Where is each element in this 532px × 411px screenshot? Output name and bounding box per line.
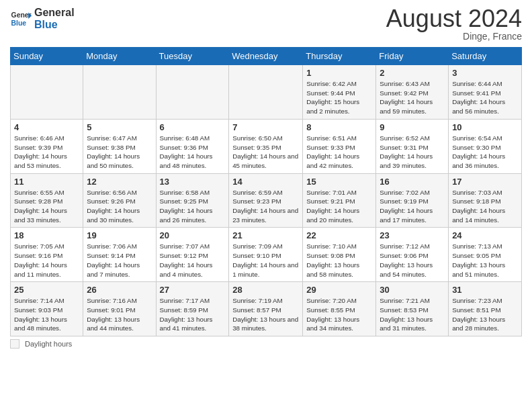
day-number: 9 (380, 122, 445, 132)
calendar-cell: 31Sunrise: 7:23 AM Sunset: 8:51 PM Dayli… (449, 282, 522, 336)
calendar-cell: 18Sunrise: 7:05 AM Sunset: 9:16 PM Dayli… (11, 228, 83, 282)
day-info: Sunrise: 7:12 AM Sunset: 9:06 PM Dayligh… (380, 242, 445, 279)
day-number: 5 (87, 122, 152, 132)
day-number: 19 (87, 230, 152, 240)
day-info: Sunrise: 6:50 AM Sunset: 9:35 PM Dayligh… (232, 134, 299, 171)
day-info: Sunrise: 7:02 AM Sunset: 9:19 PM Dayligh… (380, 188, 445, 225)
day-number: 6 (160, 122, 226, 132)
weekday-header-tuesday: Tuesday (156, 48, 229, 65)
calendar-cell: 8Sunrise: 6:51 AM Sunset: 9:33 PM Daylig… (303, 119, 376, 173)
calendar-cell: 4Sunrise: 6:46 AM Sunset: 9:39 PM Daylig… (11, 119, 83, 173)
day-number: 22 (306, 230, 372, 240)
day-number: 12 (87, 177, 152, 187)
day-info: Sunrise: 7:13 AM Sunset: 9:05 PM Dayligh… (452, 242, 518, 279)
day-number: 4 (14, 122, 79, 132)
day-info: Sunrise: 7:23 AM Sunset: 8:51 PM Dayligh… (452, 296, 518, 333)
weekday-header-row: SundayMondayTuesdayWednesdayThursdayFrid… (11, 48, 522, 65)
day-info: Sunrise: 7:21 AM Sunset: 8:53 PM Dayligh… (380, 296, 445, 333)
day-number: 18 (14, 230, 79, 240)
calendar-cell: 29Sunrise: 7:20 AM Sunset: 8:55 PM Dayli… (303, 282, 376, 336)
day-number: 21 (232, 230, 299, 240)
svg-text:Blue: Blue (11, 19, 27, 26)
day-number: 1 (306, 68, 372, 78)
calendar-cell: 22Sunrise: 7:10 AM Sunset: 9:08 PM Dayli… (303, 228, 376, 282)
week-row-5: 25Sunrise: 7:14 AM Sunset: 9:03 PM Dayli… (11, 282, 522, 336)
footer: Daylight hours (10, 339, 522, 349)
weekday-header-monday: Monday (83, 48, 156, 65)
day-number: 16 (380, 177, 445, 187)
calendar-cell: 10Sunrise: 6:54 AM Sunset: 9:30 PM Dayli… (449, 119, 522, 173)
day-info: Sunrise: 7:06 AM Sunset: 9:14 PM Dayligh… (87, 242, 152, 279)
calendar-cell: 26Sunrise: 7:16 AM Sunset: 9:01 PM Dayli… (83, 282, 156, 336)
calendar-cell: 30Sunrise: 7:21 AM Sunset: 8:53 PM Dayli… (376, 282, 449, 336)
calendar-cell: 5Sunrise: 6:47 AM Sunset: 9:38 PM Daylig… (83, 119, 156, 173)
calendar-cell: 24Sunrise: 7:13 AM Sunset: 9:05 PM Dayli… (449, 228, 522, 282)
day-number: 3 (452, 68, 518, 78)
calendar-cell (229, 65, 303, 120)
calendar-cell: 16Sunrise: 7:02 AM Sunset: 9:19 PM Dayli… (376, 173, 449, 228)
day-info: Sunrise: 6:58 AM Sunset: 9:25 PM Dayligh… (160, 188, 226, 225)
day-info: Sunrise: 7:16 AM Sunset: 9:01 PM Dayligh… (87, 296, 152, 333)
calendar-cell: 12Sunrise: 6:56 AM Sunset: 9:26 PM Dayli… (83, 173, 156, 228)
day-info: Sunrise: 6:43 AM Sunset: 9:42 PM Dayligh… (380, 79, 445, 116)
logo: General Blue General Blue (10, 7, 75, 30)
calendar-cell: 23Sunrise: 7:12 AM Sunset: 9:06 PM Dayli… (376, 228, 449, 282)
day-info: Sunrise: 7:09 AM Sunset: 9:10 PM Dayligh… (232, 242, 299, 279)
weekday-header-wednesday: Wednesday (229, 48, 303, 65)
day-number: 20 (160, 230, 226, 240)
day-number: 28 (232, 285, 299, 295)
day-info: Sunrise: 6:54 AM Sunset: 9:30 PM Dayligh… (452, 134, 518, 171)
week-row-2: 4Sunrise: 6:46 AM Sunset: 9:39 PM Daylig… (11, 119, 522, 173)
calendar-cell: 21Sunrise: 7:09 AM Sunset: 9:10 PM Dayli… (229, 228, 303, 282)
weekday-header-friday: Friday (376, 48, 449, 65)
day-number: 24 (452, 230, 518, 240)
calendar-cell: 2Sunrise: 6:43 AM Sunset: 9:42 PM Daylig… (376, 65, 449, 120)
day-number: 14 (232, 177, 299, 187)
weekday-header-thursday: Thursday (303, 48, 376, 65)
day-info: Sunrise: 7:01 AM Sunset: 9:21 PM Dayligh… (306, 188, 372, 225)
week-row-4: 18Sunrise: 7:05 AM Sunset: 9:16 PM Dayli… (11, 228, 522, 282)
day-info: Sunrise: 6:55 AM Sunset: 9:28 PM Dayligh… (14, 188, 79, 225)
location: Dinge, France (386, 31, 522, 42)
calendar-cell: 17Sunrise: 7:03 AM Sunset: 9:18 PM Dayli… (449, 173, 522, 228)
title-block: August 2024 Dinge, France (386, 7, 522, 42)
daylight-label: Daylight hours (25, 340, 72, 348)
calendar-cell: 11Sunrise: 6:55 AM Sunset: 9:28 PM Dayli… (11, 173, 83, 228)
weekday-header-sunday: Sunday (11, 48, 83, 65)
day-info: Sunrise: 7:19 AM Sunset: 8:57 PM Dayligh… (232, 296, 299, 333)
day-info: Sunrise: 6:52 AM Sunset: 9:31 PM Dayligh… (380, 134, 445, 171)
calendar-cell (156, 65, 229, 120)
day-number: 13 (160, 177, 226, 187)
day-number: 30 (380, 285, 445, 295)
day-number: 29 (306, 285, 372, 295)
day-info: Sunrise: 6:56 AM Sunset: 9:26 PM Dayligh… (87, 188, 152, 225)
calendar-cell: 20Sunrise: 7:07 AM Sunset: 9:12 PM Dayli… (156, 228, 229, 282)
day-info: Sunrise: 6:42 AM Sunset: 9:44 PM Dayligh… (306, 79, 372, 116)
logo-blue: Blue (34, 19, 75, 31)
week-row-1: 1Sunrise: 6:42 AM Sunset: 9:44 PM Daylig… (11, 65, 522, 120)
day-info: Sunrise: 7:03 AM Sunset: 9:18 PM Dayligh… (452, 188, 518, 225)
day-info: Sunrise: 6:46 AM Sunset: 9:39 PM Dayligh… (14, 134, 79, 171)
day-number: 17 (452, 177, 518, 187)
day-number: 27 (160, 285, 226, 295)
day-info: Sunrise: 7:14 AM Sunset: 9:03 PM Dayligh… (14, 296, 79, 333)
day-info: Sunrise: 7:07 AM Sunset: 9:12 PM Dayligh… (160, 242, 226, 279)
day-info: Sunrise: 6:44 AM Sunset: 9:41 PM Dayligh… (452, 79, 518, 116)
calendar-cell: 1Sunrise: 6:42 AM Sunset: 9:44 PM Daylig… (303, 65, 376, 120)
day-info: Sunrise: 7:05 AM Sunset: 9:16 PM Dayligh… (14, 242, 79, 279)
calendar-cell (11, 65, 83, 120)
day-number: 26 (87, 285, 152, 295)
weekday-header-saturday: Saturday (449, 48, 522, 65)
day-number: 2 (380, 68, 445, 78)
day-info: Sunrise: 6:59 AM Sunset: 9:23 PM Dayligh… (232, 188, 299, 225)
calendar-cell: 15Sunrise: 7:01 AM Sunset: 9:21 PM Dayli… (303, 173, 376, 228)
day-info: Sunrise: 6:47 AM Sunset: 9:38 PM Dayligh… (87, 134, 152, 171)
calendar-cell: 7Sunrise: 6:50 AM Sunset: 9:35 PM Daylig… (229, 119, 303, 173)
day-number: 23 (380, 230, 445, 240)
day-info: Sunrise: 7:17 AM Sunset: 8:59 PM Dayligh… (160, 296, 226, 333)
day-info: Sunrise: 7:10 AM Sunset: 9:08 PM Dayligh… (306, 242, 372, 279)
calendar-cell: 27Sunrise: 7:17 AM Sunset: 8:59 PM Dayli… (156, 282, 229, 336)
calendar-cell: 19Sunrise: 7:06 AM Sunset: 9:14 PM Dayli… (83, 228, 156, 282)
calendar-cell: 28Sunrise: 7:19 AM Sunset: 8:57 PM Dayli… (229, 282, 303, 336)
month-title: August 2024 (386, 7, 522, 31)
